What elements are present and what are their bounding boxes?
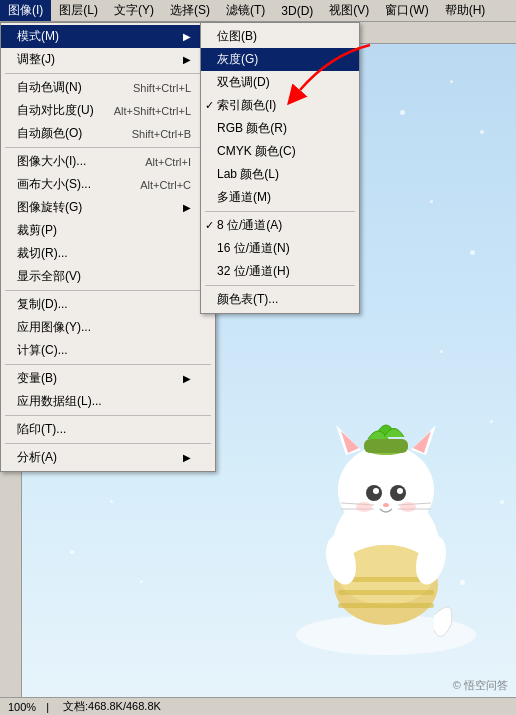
menubar-item-layer[interactable]: 图层(L) <box>51 0 106 21</box>
mode-item-duotone[interactable]: 双色调(D) <box>201 71 359 94</box>
snow-dot <box>480 130 484 134</box>
mode-submenu-popup: 位图(B) 灰度(G) 双色调(D) ✓ 索引颜色(I) RGB 颜色(R) C… <box>200 22 360 314</box>
mode-item-lab-label: Lab 颜色(L) <box>217 166 279 183</box>
snow-dot <box>430 200 433 203</box>
menu-item-trim[interactable]: 裁切(R)... <box>1 242 215 265</box>
sep-2 <box>5 147 211 148</box>
check-indexed: ✓ <box>205 99 214 112</box>
menubar-item-3d[interactable]: 3D(D) <box>273 2 321 20</box>
menu-item-reveal-all[interactable]: 显示全部(V) <box>1 265 215 288</box>
mode-item-lab[interactable]: Lab 颜色(L) <box>201 163 359 186</box>
mode-item-32bit-label: 32 位/通道(H) <box>217 263 290 280</box>
svg-point-16 <box>373 488 379 494</box>
submenu-arrow-variables: ▶ <box>183 373 191 384</box>
cat-illustration <box>286 335 486 655</box>
mode-item-indexed-label: 索引颜色(I) <box>217 97 276 114</box>
menu-item-trim-label: 裁切(R)... <box>17 245 68 262</box>
mode-item-grayscale[interactable]: 灰度(G) <box>201 48 359 71</box>
menubar-item-help[interactable]: 帮助(H) <box>437 0 494 21</box>
menubar-item-filter[interactable]: 滤镜(T) <box>218 0 273 21</box>
snow-dot <box>70 550 74 554</box>
menu-item-image-size-label: 图像大小(I)... <box>17 153 86 170</box>
submenu-arrow-rotate: ▶ <box>183 202 191 213</box>
mode-item-32bit[interactable]: 32 位/通道(H) <box>201 260 359 283</box>
menu-item-crop[interactable]: 裁剪(P) <box>1 219 215 242</box>
menu-item-apply-image-label: 应用图像(Y)... <box>17 319 91 336</box>
menu-item-image-rotate[interactable]: 图像旋转(G) ▶ <box>1 196 215 219</box>
shortcut-auto-tone: Shift+Ctrl+L <box>133 82 191 94</box>
mode-sep-2 <box>205 285 355 286</box>
submenu-arrow-analysis: ▶ <box>183 452 191 463</box>
menu-item-adjust[interactable]: 调整(J) ▶ <box>1 48 215 71</box>
menu-item-apply-dataset[interactable]: 应用数据组(L)... <box>1 390 215 413</box>
menu-item-adjust-label: 调整(J) <box>17 51 55 68</box>
snow-dot <box>470 250 475 255</box>
menu-item-calculations-label: 计算(C)... <box>17 342 68 359</box>
menu-item-calculations[interactable]: 计算(C)... <box>1 339 215 362</box>
sep-1 <box>5 73 211 74</box>
menu-item-crop-label: 裁剪(P) <box>17 222 57 239</box>
menu-item-image-rotate-label: 图像旋转(G) <box>17 199 82 216</box>
menu-item-mode[interactable]: 模式(M) ▶ <box>1 25 215 48</box>
mode-item-multichannel[interactable]: 多通道(M) <box>201 186 359 209</box>
menu-item-reveal-all-label: 显示全部(V) <box>17 268 81 285</box>
menu-item-trap-label: 陷印(T)... <box>17 421 66 438</box>
shortcut-auto-contrast: Alt+Shift+Ctrl+L <box>114 105 191 117</box>
submenu-arrow-adjust: ▶ <box>183 54 191 65</box>
menu-item-duplicate[interactable]: 复制(D)... <box>1 293 215 316</box>
mode-item-multichannel-label: 多通道(M) <box>217 189 271 206</box>
mode-item-8bit[interactable]: ✓ 8 位/通道(A) <box>201 214 359 237</box>
mode-item-8bit-label: 8 位/通道(A) <box>217 217 282 234</box>
svg-point-18 <box>383 503 389 507</box>
mode-item-16bit[interactable]: 16 位/通道(N) <box>201 237 359 260</box>
menu-item-variables-label: 变量(B) <box>17 370 57 387</box>
mode-item-rgb[interactable]: RGB 颜色(R) <box>201 117 359 140</box>
menubar: 图像(I) 图层(L) 文字(Y) 选择(S) 滤镜(T) 3D(D) 视图(V… <box>0 0 516 22</box>
mode-item-grayscale-label: 灰度(G) <box>217 51 258 68</box>
menubar-item-select[interactable]: 选择(S) <box>162 0 218 21</box>
menu-item-auto-contrast[interactable]: 自动对比度(U) Alt+Shift+Ctrl+L <box>1 99 215 122</box>
menu-item-canvas-size-label: 画布大小(S)... <box>17 176 91 193</box>
mode-item-color-table[interactable]: 颜色表(T)... <box>201 288 359 311</box>
sep-6 <box>5 443 211 444</box>
mode-item-duotone-label: 双色调(D) <box>217 74 270 91</box>
image-menu-dropdown: 模式(M) ▶ 调整(J) ▶ 自动色调(N) Shift+Ctrl+L 自动对… <box>0 22 216 472</box>
menu-item-analysis-label: 分析(A) <box>17 449 57 466</box>
menubar-item-image[interactable]: 图像(I) <box>0 0 51 21</box>
snow-dot <box>450 80 453 83</box>
svg-point-7 <box>338 445 434 535</box>
mode-item-bitmap[interactable]: 位图(B) <box>201 25 359 48</box>
image-menu-popup: 模式(M) ▶ 调整(J) ▶ 自动色调(N) Shift+Ctrl+L 自动对… <box>0 22 216 472</box>
menu-item-variables[interactable]: 变量(B) ▶ <box>1 367 215 390</box>
sep-5 <box>5 415 211 416</box>
menu-item-analysis[interactable]: 分析(A) ▶ <box>1 446 215 469</box>
svg-point-26 <box>400 502 416 512</box>
snow-dot <box>140 580 143 583</box>
mode-item-indexed[interactable]: ✓ 索引颜色(I) <box>201 94 359 117</box>
svg-point-17 <box>397 488 403 494</box>
menu-item-auto-tone-label: 自动色调(N) <box>17 79 82 96</box>
mode-sep-1 <box>205 211 355 212</box>
snow-dot <box>110 500 113 503</box>
mode-item-color-table-label: 颜色表(T)... <box>217 291 278 308</box>
menu-item-apply-image[interactable]: 应用图像(Y)... <box>1 316 215 339</box>
menubar-item-window[interactable]: 窗口(W) <box>377 0 436 21</box>
check-8bit: ✓ <box>205 219 214 232</box>
menu-item-auto-tone[interactable]: 自动色调(N) Shift+Ctrl+L <box>1 76 215 99</box>
statusbar: 100% | 文档:468.8K/468.8K © 悟空问答 <box>0 697 516 715</box>
sep-4 <box>5 364 211 365</box>
mode-item-rgb-label: RGB 颜色(R) <box>217 120 287 137</box>
menubar-item-text[interactable]: 文字(Y) <box>106 0 162 21</box>
menu-item-canvas-size[interactable]: 画布大小(S)... Alt+Ctrl+C <box>1 173 215 196</box>
menubar-item-view[interactable]: 视图(V) <box>321 0 377 21</box>
svg-rect-6 <box>338 603 434 608</box>
menu-item-image-size[interactable]: 图像大小(I)... Alt+Ctrl+I <box>1 150 215 173</box>
mode-item-cmyk-label: CMYK 颜色(C) <box>217 143 296 160</box>
menu-item-auto-color[interactable]: 自动颜色(O) Shift+Ctrl+B <box>1 122 215 145</box>
menu-item-auto-color-label: 自动颜色(O) <box>17 125 82 142</box>
mode-item-cmyk[interactable]: CMYK 颜色(C) <box>201 140 359 163</box>
snow-dot <box>400 110 405 115</box>
menu-item-mode-label: 模式(M) <box>17 28 59 45</box>
svg-rect-5 <box>338 590 434 595</box>
menu-item-trap[interactable]: 陷印(T)... <box>1 418 215 441</box>
